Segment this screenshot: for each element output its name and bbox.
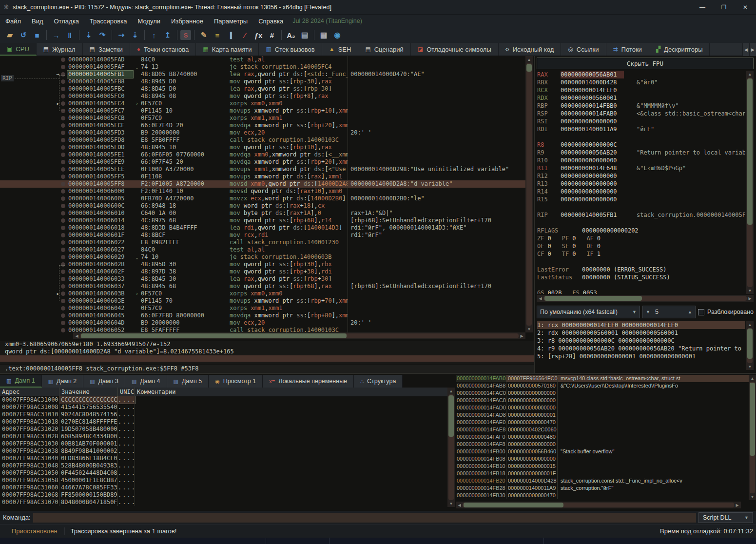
- menu-item-Файл[interactable]: Файл: [0, 18, 26, 25]
- disasm-row[interactable]: 0000000140005FE966:0F7F45 20movdqa xmmwo…: [0, 158, 525, 166]
- breakpoint-dot[interactable]: [61, 196, 65, 201]
- disasm-row[interactable]: ▸000000014000603B›0F57C0xorps xmm0,xmm0: [0, 290, 525, 297]
- breakpoint-dot[interactable]: [61, 306, 65, 311]
- pause-icon[interactable]: ‖: [63, 29, 76, 41]
- menu-item-Трассировка[interactable]: Трассировка: [84, 18, 133, 25]
- dump-tab-Дамп 1[interactable]: ▥Дамп 1: [0, 375, 42, 388]
- disasm-gutter[interactable]: [0, 107, 67, 115]
- disasm-gutter[interactable]: [0, 180, 67, 188]
- disasm-row[interactable]: 0000000140005FEE0F100D A3720000movups xm…: [0, 166, 525, 173]
- dump-tab-Структура[interactable]: ∴Структура: [354, 375, 403, 388]
- breakpoint-dot[interactable]: [61, 123, 65, 128]
- argument-row[interactable]: 4: r9 000000000056AB20 000000000056AB20 …: [537, 345, 745, 352]
- menu-item-Справка[interactable]: Справка: [253, 18, 289, 25]
- breakpoint-dot[interactable]: [61, 160, 65, 164]
- disasm-row[interactable]: 000000014000602784C0test al,al: [0, 246, 525, 253]
- stack-row[interactable]: 000000000014FB20000000014000D428stack_co…: [456, 477, 749, 485]
- dump-tab-Просмотр 1[interactable]: ◉Просмотр 1: [209, 375, 263, 388]
- argument-row[interactable]: 2: rdx 0000000000560001 0000000000560001: [537, 329, 745, 337]
- disasm-gutter[interactable]: [0, 319, 67, 327]
- disasm-gutter[interactable]: ▸: [0, 100, 67, 107]
- disasm-row[interactable]: 000000014000602B48:895D 30mov qword ptr …: [0, 261, 525, 268]
- menu-item-Избранное[interactable]: Избранное: [166, 18, 209, 25]
- notes-icon[interactable]: ≡: [211, 29, 224, 41]
- az-icon[interactable]: A₂: [285, 29, 297, 41]
- dump-column-header[interactable]: UNIC: [118, 388, 135, 396]
- disasm-row[interactable]: 000000014000604DB9 20000000mov ecx,2020:…: [0, 319, 525, 327]
- register-row[interactable]: RDI00000001400011A9"йгF": [537, 125, 745, 133]
- dump-row[interactable]: 00007FF98AC310388B49F98B41000002....: [0, 447, 447, 455]
- dump-tab-Дамп 3[interactable]: ▥Дамп 3: [83, 375, 125, 388]
- disasm-row[interactable]: 0000000140005FAF⌄74 13je stack_corruptio…: [0, 63, 525, 71]
- modules-icon[interactable]: ▤: [298, 29, 311, 41]
- tab-Сценарий[interactable]: ▤Сценарий: [358, 43, 410, 56]
- disasm-gutter[interactable]: [0, 246, 67, 253]
- stack-row[interactable]: 000000000014FB080000000000000000: [456, 455, 749, 463]
- disasm-row[interactable]: 0000000140005FC048:8945 08mov qword ptr …: [0, 93, 525, 100]
- stack-row[interactable]: 000000000014FB00000000000056B460"Stack b…: [456, 448, 749, 455]
- disasm-row[interactable]: →0000000140005FB148:8D05 B8740000lea rax…: [0, 71, 525, 78]
- breakpoint-dot[interactable]: [61, 255, 65, 259]
- arguments-vscrollbar[interactable]: ▲ ▼: [746, 321, 754, 370]
- breakpoint-dot[interactable]: [61, 189, 65, 194]
- registers-hscrollbar[interactable]: ◀ ▶: [537, 295, 754, 302]
- disasm-row[interactable]: 00000001400060144C:8975 68mov qword ptr …: [0, 217, 525, 224]
- disasm-row[interactable]: 0000000140006029⌄74 10je stack_corruptio…: [0, 253, 525, 261]
- breakpoint-dot[interactable]: [61, 226, 65, 230]
- register-row[interactable]: RFLAGS0000000000000202: [537, 227, 745, 234]
- spinner-down-icon[interactable]: ▼: [646, 310, 650, 314]
- stack-row[interactable]: 000000000014FAC00000000000000000: [456, 389, 749, 397]
- disasm-row[interactable]: 0000000140005FE166:0F6F05 07760000movdqa…: [0, 151, 525, 158]
- register-row[interactable]: RSI0000000000000000: [537, 117, 745, 125]
- breakpoint-dot[interactable]: [61, 248, 65, 252]
- register-row[interactable]: R140000000000000000: [537, 188, 745, 195]
- disasm-gutter[interactable]: [0, 195, 67, 202]
- disasm-row[interactable]: 00000001400060050FB70D A4720000movzx ecx…: [0, 195, 525, 202]
- register-row[interactable]: R8000000000000000C: [537, 141, 745, 149]
- stop-icon[interactable]: ■: [31, 29, 43, 41]
- disasm-row[interactable]: 0000000140005FD3B9 20000000mov ecx,2020:…: [0, 129, 525, 136]
- disasm-gutter[interactable]: [0, 129, 67, 136]
- tab-Исходный код[interactable]: ‹›Исходный код: [499, 43, 562, 56]
- register-row[interactable]: R9000000000056AB20"Return pointer to loc…: [537, 149, 745, 156]
- register-row[interactable]: RBX000000014000D428&"йг0": [537, 78, 745, 86]
- convention-dropdown[interactable]: По умолчанию (x64 fastcall) ▼: [537, 306, 640, 318]
- disasm-gutter[interactable]: [0, 210, 67, 217]
- minimize-button[interactable]: —: [692, 0, 713, 14]
- stack-row[interactable]: 000000000014FB300000000000000470: [456, 492, 749, 499]
- arg-count-spinner[interactable]: ▼ 5 ▲: [642, 306, 696, 318]
- breakpoint-dot[interactable]: [61, 131, 65, 135]
- disasm-gutter[interactable]: [0, 239, 67, 246]
- stack-row[interactable]: 000000000014FAF00000000000000480: [456, 433, 749, 441]
- dump-row[interactable]: 00007FF98AC31048528B48000B049383....: [0, 462, 447, 469]
- disasm-gutter[interactable]: [0, 217, 67, 224]
- disasm-row[interactable]: 0000000140006022E8 09B2FFFFcall stack_co…: [0, 239, 525, 246]
- dump-row[interactable]: 00007FF98AC3103000B81AB70F000001....: [0, 440, 447, 447]
- dump-tab-Дамп 4[interactable]: ▥Дамп 4: [125, 375, 167, 388]
- disasm-row[interactable]: 0000000140005FD8E8 5FB0FFFFcall stack_co…: [0, 136, 525, 144]
- internet-icon[interactable]: ◉: [331, 29, 344, 41]
- script-type-dropdown[interactable]: Script DLL ▼: [698, 512, 753, 523]
- breakpoint-dot[interactable]: [61, 182, 65, 186]
- disasm-gutter[interactable]: [0, 56, 67, 63]
- disasm-gutter[interactable]: [0, 268, 67, 275]
- tab-Дескрипторы[interactable]: ▞Дескрипторы: [649, 43, 710, 56]
- breakpoint-dot[interactable]: [61, 145, 65, 150]
- menu-item-Отладка[interactable]: Отладка: [49, 18, 84, 25]
- register-row[interactable]: CF0TF0IF1: [537, 250, 745, 258]
- disasm-vscrollbar[interactable]: ▲ ▼: [525, 56, 533, 332]
- register-row[interactable]: R120000000000000000: [537, 172, 745, 180]
- breakpoint-dot[interactable]: [61, 321, 65, 325]
- breakpoint-dot[interactable]: [61, 328, 65, 332]
- register-row[interactable]: OF0SF0DF0: [537, 242, 745, 250]
- dump-row[interactable]: 00007FF98AC310180270EC8148FFFFFE....: [0, 418, 447, 426]
- breakpoint-dot[interactable]: [61, 211, 65, 215]
- disasm-gutter[interactable]: [0, 275, 67, 283]
- register-row[interactable]: RAX000000000056AB01: [537, 71, 745, 78]
- disasm-row[interactable]: 000000014000603348:8D45 30lea rax,qword …: [0, 275, 525, 283]
- dump-row[interactable]: 00007FF98AC31068FF8500000150BD89....: [0, 491, 447, 499]
- dump-tab-Дамп 2[interactable]: ▥Дамп 2: [42, 375, 84, 388]
- register-row[interactable]: RCX000000000014FEF0: [537, 86, 745, 94]
- registers-vscrollbar[interactable]: ▲ ▼: [746, 71, 754, 294]
- dump-column-header[interactable]: Адрес: [0, 388, 59, 396]
